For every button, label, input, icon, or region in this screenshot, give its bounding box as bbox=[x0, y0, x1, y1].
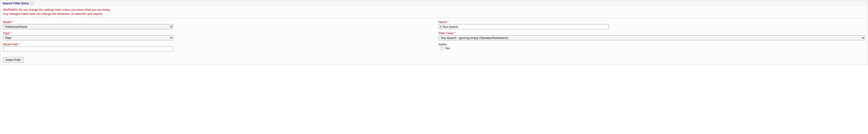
form-row-1: Model * PreferencePanel Type * Filter bbox=[3, 20, 865, 63]
active-checkbox-wrap: Yes bbox=[439, 46, 865, 50]
name-label-text: Name bbox=[439, 20, 446, 24]
search-filter-panel: Search Filter Entry − WARNING! Do not ch… bbox=[0, 0, 868, 65]
field-model-path: Model Path * bbox=[3, 43, 429, 51]
model-path-input[interactable] bbox=[3, 46, 173, 51]
active-checkbox[interactable] bbox=[440, 47, 443, 50]
name-required: * bbox=[447, 20, 448, 24]
model-required: * bbox=[12, 20, 13, 24]
type-required: * bbox=[10, 32, 11, 35]
model-path-label-text: Model Path bbox=[3, 43, 18, 46]
filter-class-label: Filter Class * bbox=[439, 32, 865, 35]
filter-class-required: * bbox=[454, 32, 456, 35]
form-col-left: Model * PreferencePanel Type * Filter bbox=[3, 20, 429, 63]
warning-text: WARNING! Do not change the settings here… bbox=[3, 8, 865, 16]
button-row: Select Path bbox=[3, 57, 429, 63]
select-path-button[interactable]: Select Path bbox=[3, 57, 23, 63]
model-path-required: * bbox=[19, 43, 20, 46]
field-model: Model * PreferencePanel bbox=[3, 20, 429, 29]
filter-class-label-text: Filter Class bbox=[439, 32, 454, 35]
field-active: Active Yes bbox=[439, 43, 865, 50]
model-label-text: Model bbox=[3, 20, 11, 24]
panel-header: Search Filter Entry − bbox=[1, 1, 867, 6]
field-name: Name * bbox=[439, 20, 865, 29]
field-type: Type * Filter bbox=[3, 32, 429, 40]
model-path-label: Model Path * bbox=[3, 43, 429, 46]
active-option-text: Yes bbox=[445, 46, 450, 50]
field-filter-class: Filter Class * Text Search - ignoring em… bbox=[439, 32, 865, 40]
active-label: Active bbox=[439, 43, 865, 46]
panel-body: WARNING! Do not change the settings here… bbox=[1, 6, 867, 64]
form-col-right: Name * Filter Class * Text Search - igno… bbox=[439, 20, 865, 63]
warning-line2: Any changes made here can change the beh… bbox=[3, 12, 865, 16]
name-label: Name * bbox=[439, 20, 865, 24]
panel-title: Search Filter Entry bbox=[2, 2, 29, 5]
type-select[interactable]: Filter bbox=[3, 35, 173, 40]
divider bbox=[3, 18, 865, 18]
type-label: Type * bbox=[3, 32, 429, 35]
warning-line1: WARNING! Do not change the settings here… bbox=[3, 8, 865, 12]
collapse-icon[interactable]: − bbox=[30, 2, 33, 5]
type-label-text: Type bbox=[3, 32, 9, 35]
model-select[interactable]: PreferencePanel bbox=[3, 24, 173, 29]
model-label: Model * bbox=[3, 20, 429, 24]
filter-class-select[interactable]: Text Search - ignoring empty (StandardTe… bbox=[439, 35, 865, 40]
name-input[interactable] bbox=[439, 24, 609, 29]
